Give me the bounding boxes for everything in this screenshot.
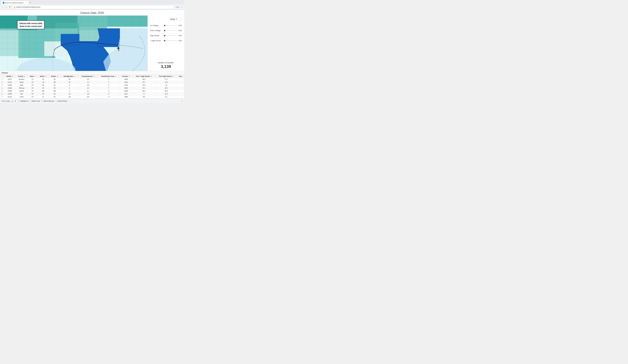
col-header-poverty[interactable]: Poverty ⇅ [120,75,132,78]
cell-births: 49 [38,87,49,90]
tab-bar: devtest.com/dash/examples/cen... × + [0,0,184,4]
highlight-all-checkbox[interactable] [18,100,20,102]
col-header-unemployment[interactable]: Unemployment ⇅ [78,75,98,78]
cell-perc [177,93,184,95]
map-area[interactable]: Interact with census datadown to the cou… [0,15,148,71]
slider-thumb-high-school[interactable] [164,35,165,36]
cell-births: 38 [38,84,49,87]
cell-perc-lt-hs: 84 [132,95,156,98]
cell-geoid: 21069 [4,87,15,90]
col-header-perc-lt-hs[interactable]: Perc < High School ⇅ [132,75,156,78]
cell-net-migration: -10 [61,93,78,95]
match-case-label: Match Case [32,100,40,102]
slider-thumb-some-college[interactable] [164,30,165,31]
tab-close-button[interactable]: × [26,2,27,4]
whole-words-option[interactable]: Whole Words [56,100,67,102]
match-case-option[interactable]: Match Case [30,100,40,102]
cell-perc-hs: 27.7 [156,78,177,81]
cell-deaths: 49 [49,93,61,95]
col-header-net-migration[interactable]: Net Migration ⇅ [61,75,78,78]
cell-perc-lt-hs: 72.1 [132,87,156,90]
cell-rural-urban: 3 [98,90,120,93]
cell-perc-lt-hs: 77 [132,93,156,95]
table-row: 7 21131 Leslie KY 27 32 -38 6.6 9 2986 8… [0,95,184,98]
cell-state: KY [28,93,38,95]
col-header-state[interactable]: State ⇅ [28,75,38,78]
cell-perc [177,95,184,98]
active-tab[interactable]: devtest.com/dash/examples/cen... × [1,1,29,4]
address-bar[interactable]: 🔒 devtest.com/dash/examples/census [12,5,174,9]
cell-perc-hs: 14.5 [156,81,177,84]
tab-favicon [3,2,4,4]
col-header-perc-hs[interactable]: Perc High School ⇅ [156,75,177,78]
cell-county: Hardin [15,90,28,93]
match-case-checkbox[interactable] [30,100,31,102]
lock-icon: 🔒 [14,6,15,8]
cell-perc [177,78,184,81]
slider-row-4y-college: 4Y College: 0.00 [150,23,182,28]
cell-perc [177,87,184,90]
slider-track-lt-high-school[interactable] [164,40,177,41]
cell-row-num: 5 [0,90,4,93]
cell-net-migration: -33 [61,81,78,84]
highlight-all-option[interactable]: Highlight All [18,100,28,102]
slider-row-lt-high-school: < High School: 0.00 [150,38,182,43]
cell-rural-urban: 8 [98,93,120,95]
slider-track-high-school[interactable] [164,35,177,36]
match-diacritics-option[interactable]: Match Diacritics [42,100,55,102]
slider-label-4y-college: 4Y College: [150,24,163,26]
cell-state: KY [28,95,38,98]
slider-thumb-lt-high-school[interactable] [164,40,165,42]
back-button[interactable]: ← [1,5,4,9]
cell-deaths: 263 [49,90,61,93]
whole-words-checkbox[interactable] [56,100,58,102]
match-diacritics-checkbox[interactable] [42,100,43,102]
slider-track-some-college[interactable] [164,30,177,31]
slider-thumb-4y-college[interactable] [164,25,165,26]
tab-title: devtest.com/dash/examples/cen... [5,2,25,3]
find-label: Find in page [1,100,10,102]
cell-state: KY [28,87,38,90]
find-close-button[interactable]: × [181,100,183,102]
cell-county: Estill [15,84,28,87]
table-header-row: GEOID ⇅ County ⇅ State ⇅ Births ⇅ Deaths… [0,75,184,78]
chevron-down-icon: ▼ [176,18,177,20]
cell-geoid: 21099 [4,93,15,95]
refresh-button[interactable]: ↻ [9,5,11,9]
col-header-births[interactable]: Births ⇅ [38,75,49,78]
find-next-button[interactable]: ▼ [14,100,17,102]
cell-perc-hs: 36.6 [156,90,177,93]
table-section: Census GEOID ⇅ County ⇅ State ⇅ Births ⇅… [0,71,184,99]
cell-unemployment: 4.8 [78,84,98,87]
sort-icon-rural-urban: ⇅ [115,76,116,77]
cell-perc-hs: 16.3 [156,93,177,95]
scope-dropdown[interactable]: Global ▼ [169,18,182,21]
cell-geoid: 21017 [4,78,15,81]
slider-track-4y-college[interactable] [164,25,177,26]
col-header-perc[interactable]: Perc [177,75,184,78]
col-header-deaths[interactable]: Deaths ⇅ [49,75,61,78]
cell-perc [177,90,184,93]
sort-icon-deaths: ⇅ [57,76,58,77]
cell-perc-lt-hs: 48.3 [132,90,156,93]
cell-births: 27 [38,95,49,98]
forward-button[interactable]: → [5,5,8,9]
table-header: GEOID ⇅ County ⇅ State ⇅ Births ⇅ Deaths… [0,75,184,78]
app-container: Census Data, 2020 [0,10,184,103]
whole-words-label: Whole Words [58,100,67,102]
col-header-county[interactable]: County ⇅ [15,75,28,78]
new-tab-button[interactable]: + [30,1,31,4]
tooltip-text: Interact with census datadown to the cou… [19,22,42,27]
sort-icon-births: ⇅ [45,76,46,77]
find-prev-button[interactable]: ▲ [11,100,14,102]
cell-row-num: 6 [0,93,4,95]
cell-rural-urban: 9 [98,95,120,98]
cell-births: 43 [38,78,49,81]
table-body: 1 21017 Bourbon KY 43 55 49 3.5 2 3008 5… [0,78,184,99]
bookmark-button[interactable]: ☆ [180,5,183,9]
cell-net-migration: -38 [61,95,78,98]
col-header-geoid[interactable]: GEOID ⇅ [4,75,15,78]
col-header-rural-urban[interactable]: Rural/Urban Code ⇅ [98,75,120,78]
cell-county: Bourbon [15,78,28,81]
cell-geoid: 21131 [4,95,15,98]
